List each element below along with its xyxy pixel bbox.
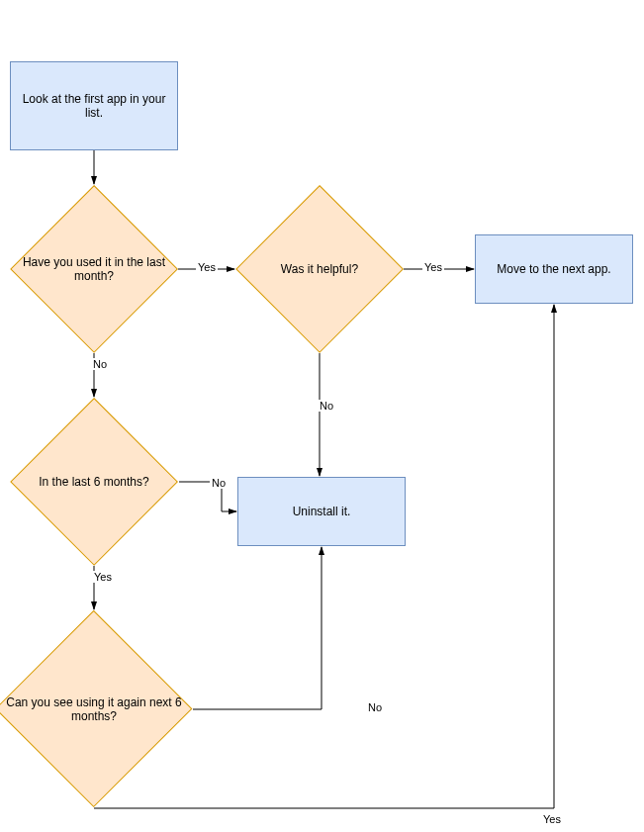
edge-label: No <box>91 358 109 370</box>
node-label: Have you used it in the last month? <box>15 255 173 283</box>
edge <box>193 547 322 709</box>
process-node: Look at the first app in your list. <box>10 61 178 150</box>
decision-node: Can you see using it again next 6 months… <box>24 639 163 779</box>
edge <box>179 482 236 511</box>
node-label: Was it helpful? <box>281 262 358 276</box>
edge-label: Yes <box>92 571 114 583</box>
decision-node: In the last 6 months? <box>35 422 153 541</box>
decision-node: Have you used it in the last month? <box>35 210 153 328</box>
node-label: Move to the next app. <box>497 262 610 276</box>
process-node: Uninstall it. <box>237 477 406 546</box>
edge-label: Yes <box>196 261 218 273</box>
node-label: Uninstall it. <box>293 505 351 518</box>
edge-label: No <box>318 400 335 412</box>
edge-label: Yes <box>422 261 444 273</box>
flowchart-canvas: Look at the first app in your list.Have … <box>0 0 644 832</box>
edge-label: No <box>210 477 228 489</box>
node-label: In the last 6 months? <box>39 475 148 489</box>
process-node: Move to the next app. <box>475 234 633 304</box>
decision-node: Was it helpful? <box>260 210 379 328</box>
node-label: Look at the first app in your list. <box>17 92 171 120</box>
edge-label: Yes <box>541 813 563 825</box>
node-label: Can you see using it again next 6 months… <box>0 695 188 723</box>
edge-label: No <box>366 701 384 713</box>
